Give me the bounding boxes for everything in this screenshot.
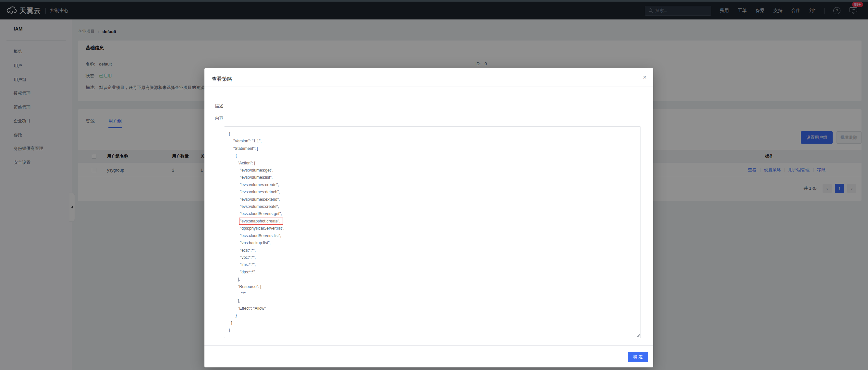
policy-line: "evs:volumes:detach", (229, 189, 636, 196)
policy-line: "Effect": "Allow" (229, 305, 636, 312)
policy-content-label: 内容 (215, 115, 223, 121)
modal-title: 查看策略 (212, 76, 232, 83)
policy-line: "ecs:cloudServers:list", (229, 232, 636, 239)
modal-header: 查看策略 × (205, 68, 653, 87)
policy-line: "evs:volumes:extend", (229, 196, 636, 203)
policy-description-value: -- (227, 103, 230, 108)
policy-line: { (229, 152, 636, 159)
highlighted-policy-line: "evs:snapshot:create", (240, 218, 283, 225)
policy-line: "Statement": [ (229, 145, 636, 152)
policy-line: "dps:*:*" (229, 269, 636, 276)
policy-line: ], (229, 297, 636, 304)
page: 天翼云 控制中心 费用 工单 备案 支持 合作 刘* ? (0, 0, 868, 370)
view-policy-modal: 查看策略 × 描述 -- 内容 { "Version": "1.1", "Sta… (205, 68, 653, 367)
policy-line: "vpc:*:*", (229, 254, 636, 261)
confirm-button[interactable]: 确 定 (628, 352, 648, 362)
policy-line: "evs:volumes:create", (229, 181, 636, 189)
policy-line: "ims:*:*", (229, 261, 636, 268)
policy-description-label: 描述 (215, 103, 223, 109)
policy-json-code: { "Version": "1.1", "Statement": [ { "Ac… (229, 130, 636, 334)
policy-line: "evs:snapshot:create", (229, 217, 636, 225)
policy-line: } (229, 312, 636, 319)
policy-line: "evs:volumes:list", (229, 174, 636, 181)
policy-line: "Version": "1.1", (229, 137, 636, 145)
policy-line: "ecs:*:*", (229, 247, 636, 254)
policy-line: "evs:volumes:get", (229, 167, 636, 174)
policy-line: "ecs:cloudServers:get", (229, 210, 636, 217)
modal-footer-divider (205, 345, 653, 346)
policy-line: "Resource": [ (229, 283, 636, 290)
policy-line: ] (229, 319, 636, 327)
resize-handle-icon[interactable] (636, 333, 640, 337)
policy-line: } (229, 327, 636, 334)
policy-line: "dps:physicalServer:list", (229, 225, 636, 232)
policy-line: "Action": [ (229, 160, 636, 167)
policy-line: ], (229, 276, 636, 283)
policy-content-textarea[interactable]: { "Version": "1.1", "Statement": [ { "Ac… (224, 127, 641, 338)
policy-line: "*" (229, 290, 636, 297)
policy-line: "vbs:backup:list", (229, 239, 636, 246)
policy-line: { (229, 130, 636, 137)
close-icon[interactable]: × (643, 74, 647, 80)
policy-line: "evs:volumes:create", (229, 203, 636, 210)
